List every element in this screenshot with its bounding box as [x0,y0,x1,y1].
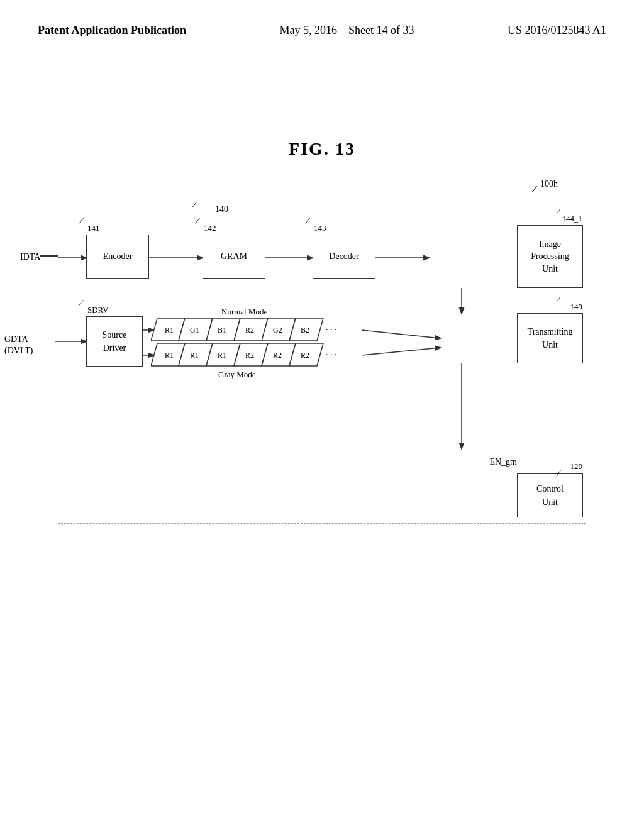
gdta-label: GDTA (DVLT) [4,334,33,357]
svg-text:R2: R2 [245,351,254,360]
idta-line [40,255,58,257]
ref-149: 149 [570,302,583,312]
block-control: Control Unit [517,473,583,517]
svg-text:G2: G2 [273,326,282,335]
block-encoder: Encoder [86,235,149,279]
svg-text:R2: R2 [245,326,254,335]
block-decoder: Decoder [313,235,375,279]
ref-1441: 144_1 [562,214,583,224]
idta-label: IDTA [20,252,40,262]
ref-143: 143 [314,223,326,233]
svg-text:· · ·: · · · [326,325,337,335]
ref-120: 120 [570,462,583,472]
gray-mode-label: Gray Mode [218,370,256,380]
label-140: 140 [215,204,228,214]
ref-sdrv: SDRV [87,305,109,315]
svg-text:R1: R1 [165,351,174,360]
svg-text:R1: R1 [218,351,226,360]
ref-142: 142 [204,223,216,233]
svg-text:R2: R2 [273,351,282,360]
en-gm-label: EN_gm [489,457,517,467]
block-source-driver: Source Driver [86,316,143,367]
ref-141: 141 [87,223,100,233]
page-header: Patent Application Publication May 5, 20… [0,0,644,38]
sheet-number: Sheet 14 of 33 [348,24,414,36]
svg-text:G1: G1 [190,326,199,335]
date: May 5, 2016 [280,24,338,36]
block-transmitting: Transmitting Unit [517,313,583,363]
100h-slash: / [531,183,538,196]
label-100h: 100h [540,179,558,189]
figure-label: FIG. 13 [0,139,644,159]
normal-mode-label: Normal Mode [221,307,267,317]
svg-text:R2: R2 [301,351,309,360]
svg-text:B1: B1 [218,326,226,335]
svg-text:· · ·: · · · [326,350,337,360]
normal-mode-cells: R1 G1 B1 R2 G2 B2 · · · [151,318,362,341]
sheet-info: May 5, 2016 Sheet 14 of 33 [280,23,414,38]
publication-title: Patent Application Publication [38,23,186,38]
normal-mode-row: R1 G1 B1 R2 G2 B2 · · · [151,318,362,341]
svg-text:R1: R1 [190,351,199,360]
gray-mode-row: R1 R1 R1 R2 R2 R2 · · · [151,343,362,367]
svg-text:R1: R1 [165,326,174,335]
gray-mode-cells: R1 R1 R1 R2 R2 R2 · · · [151,343,362,367]
diagram: 100h / 140 / IDTA GDTA (DVLT) Encoder 14… [52,178,592,543]
block-gram: GRAM [203,235,265,279]
patent-number: US 2016/0125843 A1 [508,23,606,38]
block-ipu: Image Processing Unit [517,225,583,288]
svg-text:B2: B2 [301,326,309,335]
